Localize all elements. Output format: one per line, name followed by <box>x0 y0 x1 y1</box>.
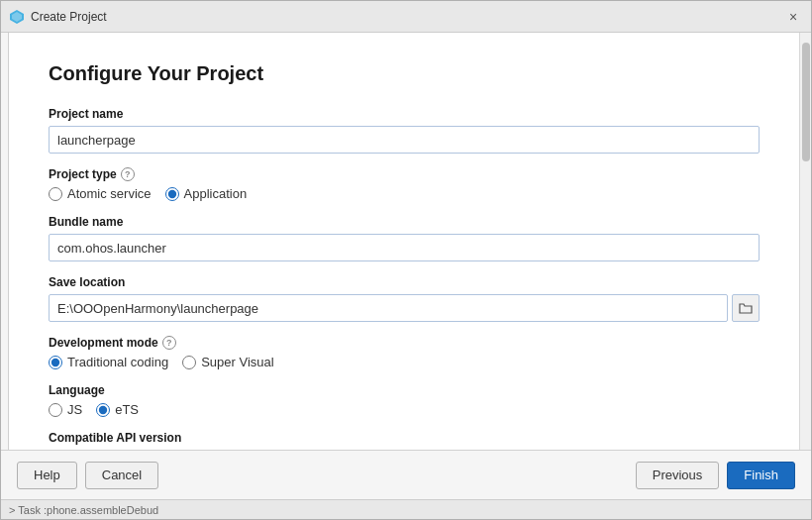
footer-right: Previous Finish <box>636 462 795 489</box>
project-name-label: Project name <box>49 107 760 121</box>
ets-radio[interactable] <box>96 403 110 417</box>
project-type-section: Project type ? Atomic service Applicatio… <box>49 167 760 201</box>
cancel-button[interactable]: Cancel <box>85 462 158 489</box>
footer: Help Cancel Previous Finish <box>1 450 811 499</box>
dev-mode-radio-group: Traditional coding Super Visual <box>49 355 760 369</box>
ets-language-option[interactable]: eTS <box>96 402 139 417</box>
save-location-label: Save location <box>49 275 760 289</box>
close-button[interactable]: × <box>783 7 803 27</box>
project-name-input[interactable] <box>49 126 760 154</box>
js-language-option[interactable]: JS <box>49 402 82 417</box>
project-type-atomic-option[interactable]: Atomic service <box>49 186 152 201</box>
left-border <box>1 33 9 450</box>
bottom-bar-text: > Task :phone.assembleDebud <box>9 504 158 516</box>
api-version-section: Compatible API version SDK: API Version … <box>49 431 760 450</box>
title-bar: Create Project × <box>1 1 811 33</box>
project-name-section: Project name <box>49 107 760 154</box>
atomic-service-label: Atomic service <box>67 186 152 201</box>
save-location-input[interactable] <box>49 294 728 322</box>
super-visual-radio[interactable] <box>182 356 196 369</box>
api-version-label: Compatible API version <box>49 431 760 445</box>
traditional-coding-label: Traditional coding <box>67 355 168 369</box>
language-radio-group: JS eTS <box>49 402 760 417</box>
traditional-coding-radio[interactable] <box>49 356 62 369</box>
project-type-help-icon[interactable]: ? <box>121 167 135 181</box>
dev-mode-label: Development mode ? <box>49 336 760 350</box>
project-type-application-option[interactable]: Application <box>165 186 248 201</box>
finish-button[interactable]: Finish <box>727 462 795 489</box>
project-type-radio-group: Atomic service Application <box>49 186 760 201</box>
content-area: Configure Your Project Project name Proj… <box>1 33 811 450</box>
js-label: JS <box>67 402 82 417</box>
project-type-label: Project type ? <box>49 167 760 181</box>
js-radio[interactable] <box>49 403 62 417</box>
previous-button[interactable]: Previous <box>636 462 720 489</box>
folder-icon <box>739 302 753 314</box>
scrollbar[interactable] <box>799 33 811 450</box>
language-label: Language <box>49 383 760 397</box>
dialog-title: Create Project <box>31 10 783 24</box>
page-title: Configure Your Project <box>49 62 760 85</box>
scrollbar-thumb[interactable] <box>802 43 810 161</box>
super-visual-label: Super Visual <box>201 355 273 369</box>
bundle-name-label: Bundle name <box>49 215 760 229</box>
dev-mode-help-icon[interactable]: ? <box>162 336 176 350</box>
save-location-row <box>49 294 760 322</box>
main-content: Configure Your Project Project name Proj… <box>9 33 799 450</box>
bottom-bar: > Task :phone.assembleDebud <box>1 499 811 519</box>
language-section: Language JS eTS <box>49 383 760 417</box>
dev-mode-section: Development mode ? Traditional coding Su… <box>49 336 760 369</box>
help-button[interactable]: Help <box>17 462 77 489</box>
save-location-section: Save location <box>49 275 760 322</box>
footer-left: Help Cancel <box>17 462 636 489</box>
super-visual-option[interactable]: Super Visual <box>182 355 273 369</box>
atomic-service-radio[interactable] <box>49 187 62 201</box>
create-project-dialog: Create Project × Configure Your Project … <box>0 0 812 520</box>
bundle-name-input[interactable] <box>49 234 760 261</box>
application-radio[interactable] <box>165 187 179 201</box>
app-icon <box>9 9 25 25</box>
traditional-coding-option[interactable]: Traditional coding <box>49 355 168 369</box>
bundle-name-section: Bundle name <box>49 215 760 261</box>
ets-label: eTS <box>115 402 139 417</box>
browse-button[interactable] <box>732 294 760 322</box>
application-label: Application <box>184 186 248 201</box>
